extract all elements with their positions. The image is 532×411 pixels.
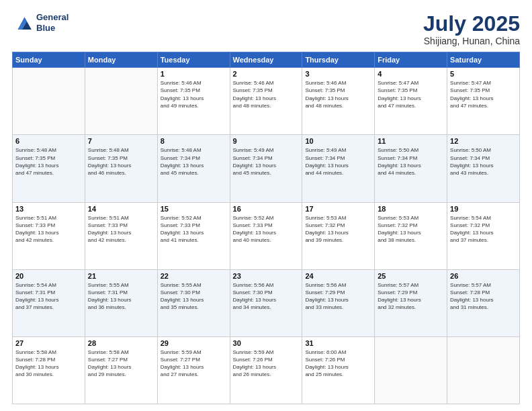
day-number: 14 — [88, 205, 154, 213]
day-number: 2 — [233, 70, 300, 78]
day-number: 4 — [378, 70, 444, 78]
col-tuesday: Tuesday — [157, 52, 230, 68]
day-info: Sunrise: 5:47 AM Sunset: 7:35 PM Dayligh… — [378, 79, 444, 109]
day-info: Sunrise: 5:50 AM Sunset: 7:34 PM Dayligh… — [378, 146, 444, 177]
day-info: Sunrise: 5:55 AM Sunset: 7:30 PM Dayligh… — [161, 281, 227, 312]
table-row: 20Sunrise: 5:54 AM Sunset: 7:31 PM Dayli… — [13, 269, 85, 336]
day-number: 9 — [233, 137, 300, 145]
table-row — [375, 336, 447, 404]
calendar-week-row: 6Sunrise: 5:48 AM Sunset: 7:35 PM Daylig… — [13, 135, 520, 202]
day-info: Sunrise: 5:48 AM Sunset: 7:34 PM Dayligh… — [161, 146, 227, 177]
table-row: 21Sunrise: 5:55 AM Sunset: 7:31 PM Dayli… — [85, 269, 157, 336]
table-row: 27Sunrise: 5:58 AM Sunset: 7:28 PM Dayli… — [13, 336, 85, 404]
table-row: 16Sunrise: 5:52 AM Sunset: 7:33 PM Dayli… — [230, 202, 302, 269]
table-row: 11Sunrise: 5:50 AM Sunset: 7:34 PM Dayli… — [375, 135, 447, 202]
day-info: Sunrise: 5:46 AM Sunset: 7:35 PM Dayligh… — [305, 79, 371, 109]
day-number: 7 — [88, 137, 154, 145]
table-row: 22Sunrise: 5:55 AM Sunset: 7:30 PM Dayli… — [157, 269, 230, 336]
table-row: 9Sunrise: 5:49 AM Sunset: 7:34 PM Daylig… — [230, 135, 302, 202]
calendar-week-row: 27Sunrise: 5:58 AM Sunset: 7:28 PM Dayli… — [13, 336, 520, 404]
col-monday: Monday — [85, 52, 157, 68]
day-number: 24 — [305, 272, 371, 280]
col-thursday: Thursday — [302, 52, 375, 68]
day-number: 21 — [88, 272, 154, 280]
day-number: 22 — [161, 272, 227, 280]
day-info: Sunrise: 5:53 AM Sunset: 7:32 PM Dayligh… — [305, 214, 371, 244]
day-info: Sunrise: 5:47 AM Sunset: 7:35 PM Dayligh… — [450, 79, 517, 109]
day-info: Sunrise: 6:00 AM Sunset: 7:26 PM Dayligh… — [305, 349, 371, 379]
col-saturday: Saturday — [447, 52, 520, 68]
table-row: 19Sunrise: 5:54 AM Sunset: 7:32 PM Dayli… — [447, 202, 520, 269]
day-info: Sunrise: 5:55 AM Sunset: 7:31 PM Dayligh… — [88, 281, 154, 312]
day-info: Sunrise: 5:58 AM Sunset: 7:28 PM Dayligh… — [15, 349, 82, 379]
day-info: Sunrise: 5:46 AM Sunset: 7:35 PM Dayligh… — [233, 79, 300, 109]
day-number: 10 — [305, 137, 371, 145]
calendar-week-row: 20Sunrise: 5:54 AM Sunset: 7:31 PM Dayli… — [13, 269, 520, 336]
calendar-week-row: 1Sunrise: 5:46 AM Sunset: 7:35 PM Daylig… — [13, 68, 520, 135]
day-number: 19 — [450, 205, 517, 213]
table-row: 25Sunrise: 5:57 AM Sunset: 7:29 PM Dayli… — [375, 269, 447, 336]
day-info: Sunrise: 5:59 AM Sunset: 7:26 PM Dayligh… — [233, 349, 300, 379]
day-info: Sunrise: 5:56 AM Sunset: 7:29 PM Dayligh… — [305, 281, 371, 312]
table-row — [85, 68, 157, 135]
table-row — [13, 68, 85, 135]
logo-icon — [12, 13, 34, 32]
title-block: July 2025 Shijiang, Hunan, China — [423, 12, 520, 46]
table-row: 14Sunrise: 5:51 AM Sunset: 7:33 PM Dayli… — [85, 202, 157, 269]
day-info: Sunrise: 5:54 AM Sunset: 7:31 PM Dayligh… — [15, 281, 82, 312]
day-number: 27 — [15, 339, 82, 347]
day-number: 26 — [450, 272, 517, 280]
table-row: 13Sunrise: 5:51 AM Sunset: 7:33 PM Dayli… — [13, 202, 85, 269]
day-info: Sunrise: 5:50 AM Sunset: 7:34 PM Dayligh… — [450, 146, 517, 177]
day-info: Sunrise: 5:53 AM Sunset: 7:32 PM Dayligh… — [378, 214, 444, 244]
day-number: 29 — [161, 339, 227, 347]
table-row: 29Sunrise: 5:59 AM Sunset: 7:27 PM Dayli… — [157, 336, 230, 404]
day-info: Sunrise: 5:58 AM Sunset: 7:27 PM Dayligh… — [88, 349, 154, 379]
table-row: 8Sunrise: 5:48 AM Sunset: 7:34 PM Daylig… — [157, 135, 230, 202]
day-number: 31 — [305, 339, 371, 347]
page: General Blue July 2025 Shijiang, Hunan, … — [0, 0, 532, 411]
table-row: 7Sunrise: 5:48 AM Sunset: 7:35 PM Daylig… — [85, 135, 157, 202]
table-row: 12Sunrise: 5:50 AM Sunset: 7:34 PM Dayli… — [447, 135, 520, 202]
table-row: 30Sunrise: 5:59 AM Sunset: 7:26 PM Dayli… — [230, 336, 302, 404]
table-row: 10Sunrise: 5:49 AM Sunset: 7:34 PM Dayli… — [302, 135, 375, 202]
day-info: Sunrise: 5:46 AM Sunset: 7:35 PM Dayligh… — [161, 79, 227, 109]
day-number: 12 — [450, 137, 517, 145]
col-wednesday: Wednesday — [230, 52, 302, 68]
logo-text: General Blue — [36, 12, 69, 33]
day-number: 17 — [305, 205, 371, 213]
day-number: 28 — [88, 339, 154, 347]
table-row: 2Sunrise: 5:46 AM Sunset: 7:35 PM Daylig… — [230, 68, 302, 135]
table-row: 26Sunrise: 5:57 AM Sunset: 7:28 PM Dayli… — [447, 269, 520, 336]
col-friday: Friday — [375, 52, 447, 68]
month-title: July 2025 — [423, 12, 520, 36]
day-number: 25 — [378, 272, 444, 280]
table-row: 6Sunrise: 5:48 AM Sunset: 7:35 PM Daylig… — [13, 135, 85, 202]
day-info: Sunrise: 5:57 AM Sunset: 7:29 PM Dayligh… — [378, 281, 444, 312]
day-number: 16 — [233, 205, 300, 213]
day-info: Sunrise: 5:51 AM Sunset: 7:33 PM Dayligh… — [88, 214, 154, 244]
day-number: 23 — [233, 272, 300, 280]
header: General Blue July 2025 Shijiang, Hunan, … — [12, 12, 520, 46]
day-number: 20 — [15, 272, 82, 280]
table-row: 24Sunrise: 5:56 AM Sunset: 7:29 PM Dayli… — [302, 269, 375, 336]
day-info: Sunrise: 5:49 AM Sunset: 7:34 PM Dayligh… — [233, 146, 300, 177]
logo: General Blue — [12, 12, 69, 33]
table-row: 3Sunrise: 5:46 AM Sunset: 7:35 PM Daylig… — [302, 68, 375, 135]
table-row: 31Sunrise: 6:00 AM Sunset: 7:26 PM Dayli… — [302, 336, 375, 404]
day-info: Sunrise: 5:49 AM Sunset: 7:34 PM Dayligh… — [305, 146, 371, 177]
day-number: 11 — [378, 137, 444, 145]
day-number: 1 — [161, 70, 227, 78]
day-info: Sunrise: 5:57 AM Sunset: 7:28 PM Dayligh… — [450, 281, 517, 312]
calendar-week-row: 13Sunrise: 5:51 AM Sunset: 7:33 PM Dayli… — [13, 202, 520, 269]
day-number: 30 — [233, 339, 300, 347]
table-row: 28Sunrise: 5:58 AM Sunset: 7:27 PM Dayli… — [85, 336, 157, 404]
day-info: Sunrise: 5:56 AM Sunset: 7:30 PM Dayligh… — [233, 281, 300, 312]
day-number: 3 — [305, 70, 371, 78]
day-number: 5 — [450, 70, 517, 78]
table-row: 15Sunrise: 5:52 AM Sunset: 7:33 PM Dayli… — [157, 202, 230, 269]
location: Shijiang, Hunan, China — [423, 36, 520, 46]
table-row: 4Sunrise: 5:47 AM Sunset: 7:35 PM Daylig… — [375, 68, 447, 135]
col-sunday: Sunday — [13, 52, 85, 68]
day-info: Sunrise: 5:48 AM Sunset: 7:35 PM Dayligh… — [88, 146, 154, 177]
